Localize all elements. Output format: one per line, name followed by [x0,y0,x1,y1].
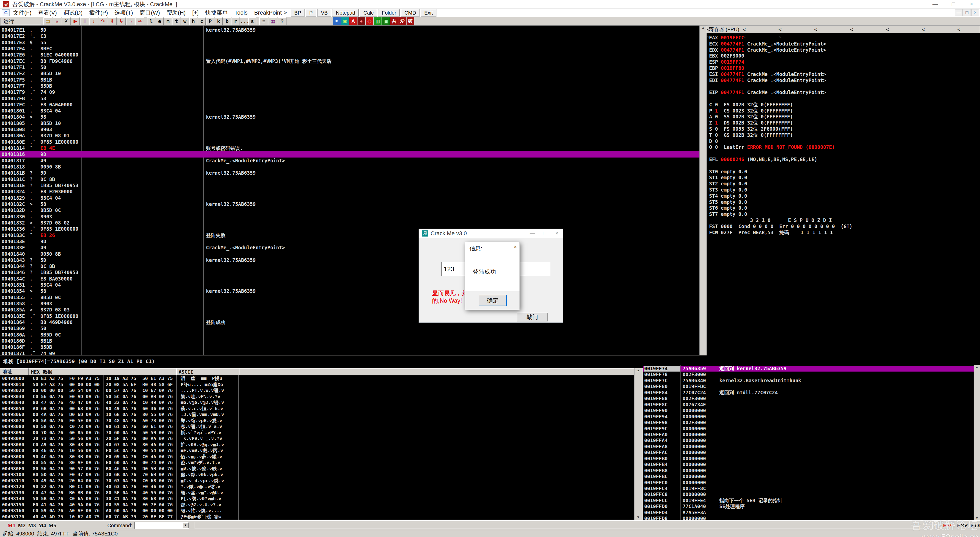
menu-button-bp[interactable]: BP [291,9,305,16]
dump-row[interactable]: 004980A020 73 0A 7650 56 0A 7620 5F 0A 7… [0,435,634,441]
disasm-row[interactable]: 0040180A.837D 08 01cmp dword ptr ss:[ebp… [0,132,699,139]
disasm-row[interactable]: 00401814ˇEB 4Ejmp short CrackMe_.0040186… [0,145,699,151]
restart-icon[interactable]: « [52,18,61,25]
register-line[interactable]: T 0 GS 002B 32位 0(FFFFFFFF) [709,132,793,139]
mdi-restore-button[interactable]: □ [963,9,971,16]
disasm-row[interactable]: 00401843?5Dpop ebpkernel32.75AB6359 [0,257,699,263]
register-line[interactable]: ST0 empty 0.0 [709,169,747,175]
memory-tab-m1[interactable]: M1 [8,523,15,529]
disasm-row[interactable]: 00401858.8903mov dword ptr ds:[ebx],eax [0,300,699,307]
knock-button[interactable]: 敲门 [517,313,547,322]
plugin-green-icon[interactable]: ▥ [374,18,382,25]
dialog-minimize-button[interactable]: — [526,229,538,238]
disasm-row[interactable]: 004017E1.5Dpop ebpkernel32.75AB6359 [0,27,699,33]
dump-row[interactable]: 0049804080 47 0A 7640 47 0A 7640 32 0A 7… [0,400,634,406]
menu-item[interactable]: 插件(P) [86,10,111,16]
chevron-down-icon[interactable]: ▼ [183,523,189,528]
memory-tab-m5[interactable]: M5 [49,523,56,529]
disasm-row[interactable]: 0040182D.8B5D 0Cmov ebx,dword ptr ss:[eb… [0,207,699,213]
register-line[interactable]: D 0 [709,139,718,145]
run-icon[interactable]: ▶ [71,18,80,25]
dump-header-ascii[interactable]: ASCII [176,368,239,375]
disasm-row[interactable]: 004017F1.50push eax [0,64,699,70]
disasm-row[interactable]: 0040183F49dec ecxCrackMe_.<ModuleEntryPo… [0,244,699,250]
minimize-button[interactable]: — [927,0,944,9]
stack-row[interactable]: 0019FFA000000000 [643,432,974,438]
stack-row[interactable]: 0019FF9000000000 [643,408,974,413]
menu-button-notepad[interactable]: Notepad [332,9,358,16]
close-button[interactable]: × [963,0,980,9]
disasm-row[interactable]: 00401836.ˇ0F85 1E000000jnz CrackMe_.0040… [0,226,699,232]
disasm-row[interactable]: 0040185A>837D 08 03cmp dword ptr ss:[ebp… [0,307,699,313]
disasm-row[interactable]: 0040181E?1B85 DB740953sbb eax,dword ptr … [0,182,699,188]
disasm-row[interactable]: 00401804>58pop eaxkernel32.75AB6359 [0,114,699,120]
help-icon[interactable]: ? [278,18,286,25]
disasm-row[interactable]: 00401824.E8 E2030000call CrackMe_.00401C… [0,188,699,194]
step-over-icon[interactable]: ↷ [99,18,107,25]
disasm-row[interactable]: 0040181C?0C 8Bor al,0x8B [0,176,699,182]
plugin-a-icon[interactable]: A [349,18,357,25]
hex-dump-pane[interactable]: 00498000C0 E1 A3 75F0 F9 A3 7510 19 A3 7… [0,375,634,519]
brand-tile-1[interactable]: 吾 [390,18,398,25]
register-line[interactable]: EAX 0019FFCC [709,35,744,41]
disasm-row[interactable]: 004017E2└.C3retn [0,33,699,39]
disasm-row[interactable]: 0040183CˇEB 26jmp short CrackMe_.0040186… [0,232,699,238]
register-line[interactable]: ESP 0019FF74 [709,59,744,65]
register-line[interactable]: ST2 empty 0.0 [709,181,747,187]
brand-tile-2[interactable]: 爱 [398,18,406,25]
disasm-row[interactable]: 00401801.83C4 04add esp,0x4 [0,108,699,114]
disasm-row[interactable]: 004017FC.E8 0A040000call CrackMe_.00401C… [0,102,699,108]
mdi-close-button[interactable]: × [971,9,979,16]
menu-item[interactable]: 快捷菜单 [202,10,231,16]
toolbar-letter-s[interactable]: s [248,18,256,25]
dialog-close-button[interactable]: × [551,229,563,238]
disasm-row[interactable]: 0040185E.ˇ0F85 1E000000jnz CrackMe_.0040… [0,313,699,319]
disasm-row[interactable]: 004017F5.8B1Bmov ebx,dword ptr ds:[ebx] [0,77,699,83]
ok-button[interactable]: 确定 [479,295,507,306]
dump-row[interactable]: 0049814050 5B 0A 76C0 6A 0A 7630 C1 0A 7… [0,496,634,502]
close-icon[interactable]: ✗ [62,18,70,25]
mdi-minimize-button[interactable]: — [955,9,963,16]
disasm-scrollbar[interactable]: ▲ [699,25,706,355]
stack-row[interactable]: 0019FFC800000000 [643,491,974,497]
dump-row[interactable]: 00498150E0 41 0A 7640 5A 0A 7600 55 0A 7… [0,502,634,508]
disasm-row[interactable]: 0040186D.8B1Bmov ebx,dword ptr ds:[ebx] [0,338,699,344]
registers-pane[interactable]: 寄存器 (FPU) < < < < < < < < < < < EAX 0019… [706,25,980,365]
register-line[interactable]: O 0 LastErr ERROR_MOD_NOT_FOUND (0000007… [709,144,835,150]
disasm-row[interactable]: 00401829.83C4 04add esp,0x4 [0,195,699,201]
stack-row[interactable]: 0019FF8CD076734E [643,402,974,408]
system-menu-icon[interactable]: C [2,10,10,16]
dump-row[interactable]: 00498130C0 47 0A 76B0 BB 0A 7680 5E 0A 7… [0,490,634,496]
menu-item[interactable]: 调试(D) [60,10,86,16]
toolbar-letter-...[interactable]: ... [240,18,248,25]
stack-row[interactable]: 0019FF800019FFDC [643,384,974,389]
dump-row[interactable]: 0049817040 45 AD 7510 62 AD 7560 7C AB 7… [0,514,634,520]
menu-item[interactable]: 帮助(H) [163,10,189,16]
disasm-row[interactable]: 004018169Dpopfd [0,151,699,157]
toolbar-letter-m[interactable]: m [164,18,172,25]
menu-button-exit[interactable]: Exit [421,9,436,16]
dump-scrollbar[interactable]: ▲▼ [634,368,642,519]
command-combobox[interactable]: ▼ [134,522,189,529]
disasm-row[interactable]: 004017E3$55push ebp [0,39,699,46]
menu-item[interactable]: 窗口(W) [136,10,163,16]
animate-over-icon[interactable]: ↳ [117,18,126,25]
menu-item[interactable]: Tools [231,10,251,16]
disasm-row[interactable]: 0040184C.E8 BA030000call CrackMe_.00401C… [0,276,699,282]
dump-row[interactable]: 004980E0D0 55 0A 7680 AF 0A 76E0 60 0A 7… [0,459,634,466]
disasm-row[interactable]: 00401864.B8 469D4900mov eax,CrackMe_.004… [0,319,699,325]
disasm-row[interactable]: 00401871.ˇ74 09je short CrackMe_.0040187… [0,351,699,355]
dump-row[interactable]: 0049801050 E7 A3 7500 00 00 0020 08 5A 6… [0,381,634,388]
stack-row[interactable]: 0019FFA400000000 [643,438,974,443]
register-line[interactable]: EDI 004774F1 CrackMe_.<ModuleEntryPoint> [709,78,826,84]
menu-item[interactable]: 文件(F) [10,10,35,16]
toolbar-letter-l[interactable]: l [147,18,155,25]
register-line[interactable]: S 0 FS 0053 32位 2F6000(FFF) [709,126,793,132]
brand-tile-3[interactable]: 破 [407,18,414,25]
register-line[interactable]: Z 1 DS 002B 32位 0(FFFFFFFF) [709,120,793,126]
toolbar-letter-c[interactable]: c [198,18,206,25]
disasm-row[interactable]: 00401832>837D 08 02cmp dword ptr ss:[ebp… [0,220,699,226]
register-line[interactable]: ST5 empty 0.0 [709,199,747,206]
register-line[interactable]: C 0 ES 002B 32位 0(FFFFFFFF) [709,102,793,108]
disasm-row[interactable]: 004018400050 8Badd byte ptr ds:[eax-0x75… [0,251,699,257]
